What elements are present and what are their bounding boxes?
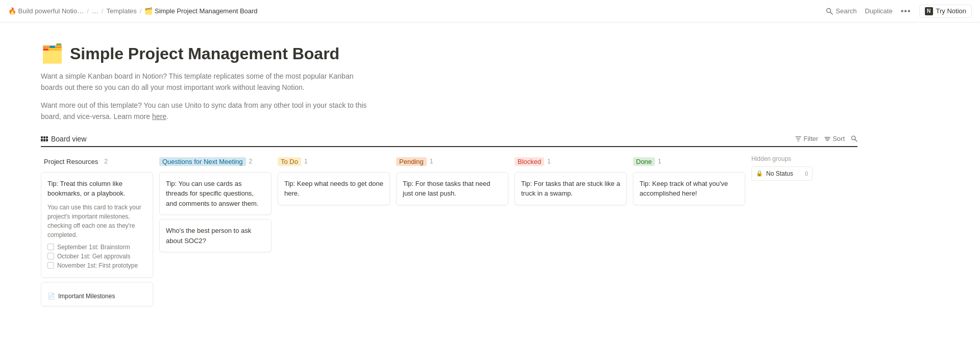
card-title-qnm-2: Who's the best person to ask about SOC2? [166,226,265,246]
card-title-d-1: Tip: Keep track of what you've accomplis… [640,179,739,199]
checkbox-3[interactable] [47,262,54,269]
card-qnm-1[interactable]: Tip: You can use cards as threads for sp… [159,172,272,216]
notion-logo: N [925,7,933,15]
checklist-item-2: October 1st: Get approvals [47,253,146,260]
page-emoji: 🗂️ [41,43,64,64]
column-count-todo: 1 [304,158,308,165]
column-count-done: 1 [658,158,662,165]
search-board-icon [851,135,857,142]
checklist-label-1: September 1st: Brainstorm [57,244,130,251]
column-count-qnm: 2 [249,158,253,165]
filter-label: Filter [803,135,818,142]
sort-button[interactable]: Sort [824,135,845,142]
checklist-item-3: November 1st: First prototype [47,262,146,269]
hidden-groups-column: Hidden groups 🔒 No Status 0 [751,155,813,184]
card-td-1[interactable]: Tip: Keep what needs to get done here. [278,172,390,205]
description2-text: Want more out of this template? You can … [41,101,366,121]
toolbar-actions: Filter Sort [795,135,857,142]
svg-line-1 [830,12,833,14]
card-qnm-2[interactable]: Who's the best person to ask about SOC2? [159,219,272,252]
column-pending: Pending 1 Tip: For those tasks that need… [396,155,508,209]
card-pr-1[interactable]: Tip: Treat this column like bookmarks, o… [41,172,153,278]
breadcrumb-item-2[interactable]: … [92,7,99,15]
breadcrumb-item-3[interactable]: Templates [106,7,136,15]
lock-icon: 🔒 [756,170,763,177]
hidden-groups-header: Hidden groups [751,155,813,162]
board-view-icon [41,136,48,141]
svg-line-3 [855,139,857,141]
search-icon [826,8,833,15]
try-notion-label: Try Notion [936,7,966,15]
search-label: Search [836,7,856,15]
column-blocked: Blocked 1 Tip: For tasks that are stuck … [514,155,627,209]
card-body-pr-1: You can use this card to track your proj… [47,203,146,240]
breadcrumb-item-1[interactable]: 🔥 Build powerful Notio… [8,7,84,15]
column-count-blocked: 1 [547,158,551,165]
card-p-1[interactable]: Tip: For those tasks that need just one … [396,172,508,205]
breadcrumb-current[interactable]: 🗂️ Simple Project Management Board [144,7,257,15]
card-pr-2[interactable]: 📄 Important Milestones [41,282,153,306]
hidden-group-no-status-label: No Status [766,170,793,177]
page-title-row: 🗂️ Simple Project Management Board [41,43,857,64]
column-label-qnm: Questions for Next Meeting [159,157,246,166]
duplicate-button[interactable]: Duplicate [865,7,893,15]
column-header-blocked: Blocked 1 [514,155,627,168]
column-header-qnm: Questions for Next Meeting 2 [159,155,272,168]
page-description-2: Want more out of this template? You can … [41,100,368,123]
column-label-todo: To Do [278,157,301,166]
column-count-pending: 1 [430,158,433,165]
board-view-label: Board view [51,135,86,143]
card-title-p-1: Tip: For those tasks that need just one … [403,179,502,199]
doc-icon-pr-2: 📄 [47,293,55,300]
sort-label: Sort [832,135,845,142]
page-description-1: Want a simple Kanban board in Notion? Th… [41,70,368,93]
hidden-group-no-status-count: 0 [805,171,808,177]
checklist-label-2: October 1st: Get approvals [57,253,130,260]
try-notion-button[interactable]: N Try Notion [919,5,972,18]
here-link[interactable]: here [152,112,166,121]
checklist-item-1: September 1st: Brainstorm [47,244,146,251]
sort-icon [824,136,830,142]
card-title-td-1: Tip: Keep what needs to get done here. [284,179,383,199]
card-title-b-1: Tip: For tasks that are stuck like a tru… [521,179,620,199]
search-button[interactable]: Search [826,7,856,15]
card-title-pr-1: Tip: Treat this column like bookmarks, o… [47,179,146,199]
column-header-pending: Pending 1 [396,155,508,168]
column-count-project-resources: 2 [104,158,108,165]
card-title-qnm-1: Tip: You can use cards as threads for sp… [166,179,265,209]
checkbox-1[interactable] [47,244,54,250]
main-content: 🗂️ Simple Project Management Board Want … [0,22,898,339]
column-to-do: To Do 1 Tip: Keep what needs to get done… [278,155,390,209]
doc-title-pr-2: Important Milestones [58,293,115,300]
card-d-1[interactable]: Tip: Keep track of what you've accomplis… [633,172,745,205]
column-questions-next-meeting: Questions for Next Meeting 2 Tip: You ca… [159,155,272,257]
checkbox-2[interactable] [47,253,54,259]
column-header-project-resources: Project Resources 2 [41,155,153,168]
filter-button[interactable]: Filter [795,135,818,142]
more-options-button[interactable]: ••• [901,7,911,16]
column-project-resources: Project Resources 2 Tip: Treat this colu… [41,155,153,310]
card-b-1[interactable]: Tip: For tasks that are stuck like a tru… [514,172,627,205]
column-done: Done 1 Tip: Keep track of what you've ac… [633,155,745,209]
column-header-todo: To Do 1 [278,155,390,168]
breadcrumb-sep-2: / [102,7,104,15]
card-checklist-pr-1: September 1st: Brainstorm October 1st: G… [47,244,146,269]
topbar-actions: Search Duplicate ••• N Try Notion [826,5,972,18]
kanban-board: Project Resources 2 Tip: Treat this colu… [41,155,857,319]
board-view-tab[interactable]: Board view [41,135,86,143]
description2-end: . [166,112,168,121]
checklist-label-3: November 1st: First prototype [57,262,138,269]
board-toolbar: Board view Filter Sort [41,135,857,147]
column-label-project-resources: Project Resources [41,157,101,166]
breadcrumb: 🔥 Build powerful Notio… / … / Templates … [8,7,258,15]
hidden-group-no-status[interactable]: 🔒 No Status 0 [751,166,813,181]
column-header-done: Done 1 [633,155,745,168]
page-title: Simple Project Management Board [70,44,339,63]
column-label-done: Done [633,157,655,166]
card-icon-row-pr-2: 📄 Important Milestones [47,293,146,300]
hidden-groups-label: Hidden groups [751,155,791,162]
page-header: 🗂️ Simple Project Management Board Want … [41,43,857,123]
breadcrumb-sep-3: / [140,7,142,15]
search-board-button[interactable] [851,135,857,142]
topbar: 🔥 Build powerful Notio… / … / Templates … [0,0,980,22]
